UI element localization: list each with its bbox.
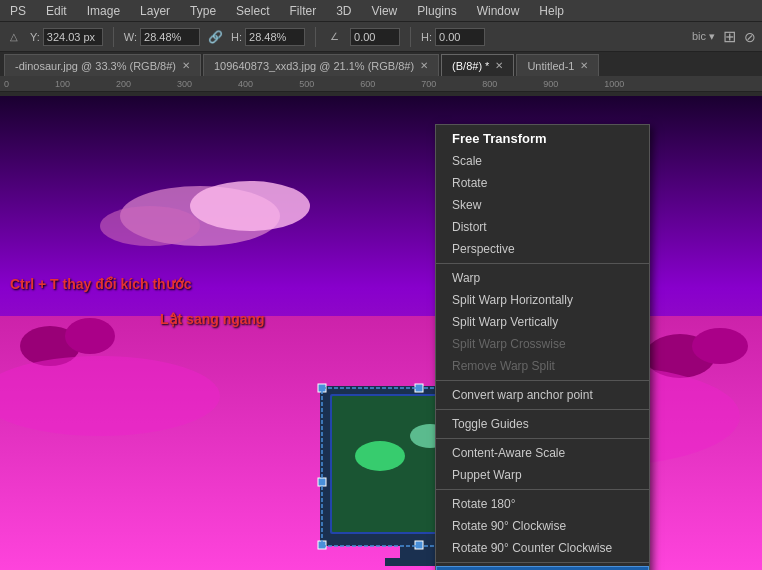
w-input[interactable]: 28.48% (140, 28, 200, 46)
y-label: Y: (30, 31, 40, 43)
menu-sep-5 (436, 489, 649, 490)
w-label: W: (124, 31, 137, 43)
ruler-horizontal: 0 100 200 300 400 500 600 700 800 900 10… (0, 76, 762, 92)
tab-close-icon[interactable]: ✕ (420, 60, 428, 71)
menu-type[interactable]: Type (186, 2, 220, 20)
svg-point-14 (355, 441, 405, 471)
menu-split-warp-h[interactable]: Split Warp Horizontally (436, 289, 649, 311)
y-field: Y: 324.03 px (30, 28, 103, 46)
svg-point-8 (692, 328, 748, 364)
y-input[interactable]: 324.03 px (43, 28, 103, 46)
menu-warp[interactable]: Warp (436, 267, 649, 289)
tab-label: (B/8#) * (452, 60, 489, 72)
tab-xxd3[interactable]: 109640873_xxd3.jpg @ 21.1% (RGB/8#) ✕ (203, 54, 439, 76)
menubar: PS Edit Image Layer Type Select Filter 3… (0, 0, 762, 22)
angle-field (350, 28, 400, 46)
angle-icon: ∠ (326, 29, 342, 45)
menu-sep-2 (436, 380, 649, 381)
commit-icon[interactable]: ⊘ (744, 29, 756, 45)
h-field: H: 28.48% (231, 28, 305, 46)
menu-toggle-guides[interactable]: Toggle Guides (436, 413, 649, 435)
tab-label: -dinosaur.jpg @ 33.3% (RGB/8#) (15, 60, 176, 72)
menu-layer[interactable]: Layer (136, 2, 174, 20)
svg-point-3 (190, 181, 310, 231)
menu-ps[interactable]: PS (6, 2, 30, 20)
interpolation-label: bic ▾ (692, 30, 715, 43)
w-field: W: 28.48% (124, 28, 200, 46)
menu-image[interactable]: Image (83, 2, 124, 20)
svg-point-6 (65, 318, 115, 354)
tab-close-icon[interactable]: ✕ (580, 60, 588, 71)
menu-help[interactable]: Help (535, 2, 568, 20)
menu-select[interactable]: Select (232, 2, 273, 20)
menu-convert-warp[interactable]: Convert warp anchor point (436, 384, 649, 406)
menu-free-transform[interactable]: Free Transform (436, 125, 649, 150)
menu-edit[interactable]: Edit (42, 2, 71, 20)
hskew-input[interactable] (435, 28, 485, 46)
canvas-text-flip: Lật sang ngang (160, 311, 265, 327)
tabs-bar: -dinosaur.jpg @ 33.3% (RGB/8#) ✕ 1096408… (0, 52, 762, 76)
menu-puppet-warp[interactable]: Puppet Warp (436, 464, 649, 486)
tab-rgb[interactable]: (B/8#) * ✕ (441, 54, 514, 76)
menu-view[interactable]: View (367, 2, 401, 20)
hskew-label: H: (421, 31, 432, 43)
canvas-area: Ctrl + T thay đổi kích thước Lật sang ng… (0, 96, 762, 570)
menu-sep-4 (436, 438, 649, 439)
tab-close-icon[interactable]: ✕ (495, 60, 503, 71)
menu-sep-3 (436, 409, 649, 410)
menu-sep-1 (436, 263, 649, 264)
svg-point-4 (100, 206, 200, 246)
menu-remove-warp: Remove Warp Split (436, 355, 649, 377)
menu-skew[interactable]: Skew (436, 194, 649, 216)
tab-untitled[interactable]: Untitled-1 ✕ (516, 54, 599, 76)
angle-input[interactable] (350, 28, 400, 46)
tab-label: 109640873_xxd3.jpg @ 21.1% (RGB/8#) (214, 60, 414, 72)
warp-icon[interactable]: ⊞ (723, 27, 736, 46)
chain-icon: 🔗 (208, 30, 223, 44)
menu-filter[interactable]: Filter (285, 2, 320, 20)
menu-flip-horizontal[interactable]: Flip Horizontal ▶ (436, 566, 649, 570)
menu-window[interactable]: Window (473, 2, 524, 20)
menu-rotate180[interactable]: Rotate 180° (436, 493, 649, 515)
canvas-text-shortcut: Ctrl + T thay đổi kích thước (10, 276, 191, 292)
menu-scale[interactable]: Scale (436, 150, 649, 172)
tab-dinosaur[interactable]: -dinosaur.jpg @ 33.3% (RGB/8#) ✕ (4, 54, 201, 76)
menu-split-warp-c: Split Warp Crosswise (436, 333, 649, 355)
menu-plugins[interactable]: Plugins (413, 2, 460, 20)
menu-split-warp-v[interactable]: Split Warp Vertically (436, 311, 649, 333)
context-menu: Free Transform Scale Rotate Skew Distort… (435, 124, 650, 570)
transform-icon: △ (6, 29, 22, 45)
menu-rotate[interactable]: Rotate (436, 172, 649, 194)
h-input[interactable]: 28.48% (245, 28, 305, 46)
menu-rotate90cw[interactable]: Rotate 90° Clockwise (436, 515, 649, 537)
tab-label: Untitled-1 (527, 60, 574, 72)
menu-3d[interactable]: 3D (332, 2, 355, 20)
options-bar: △ Y: 324.03 px W: 28.48% 🔗 H: 28.48% ∠ H… (0, 22, 762, 52)
menu-distort[interactable]: Distort (436, 216, 649, 238)
tab-close-icon[interactable]: ✕ (182, 60, 190, 71)
menu-content-aware[interactable]: Content-Aware Scale (436, 442, 649, 464)
h-label: H: (231, 31, 242, 43)
svg-rect-25 (415, 541, 423, 549)
menu-sep-6 (436, 562, 649, 563)
menu-rotate90ccw[interactable]: Rotate 90° Counter Clockwise (436, 537, 649, 559)
menu-perspective[interactable]: Perspective (436, 238, 649, 260)
h-skew-field: H: (421, 28, 485, 46)
